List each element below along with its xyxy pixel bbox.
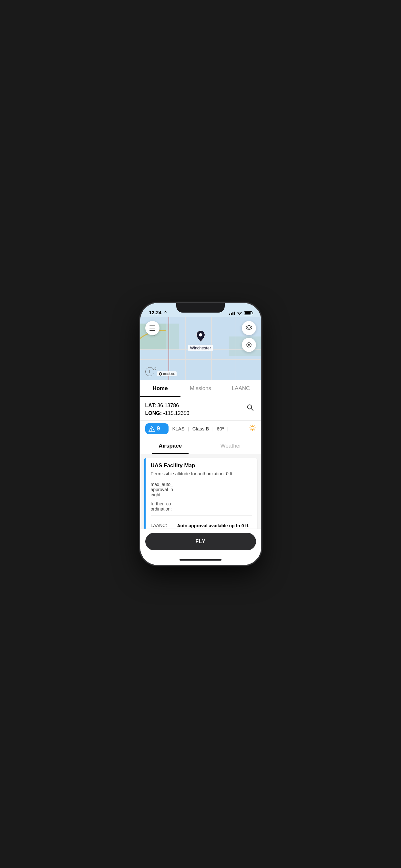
- warning-triangle-icon: [149, 426, 155, 432]
- target-icon: [246, 342, 252, 348]
- tab-weather[interactable]: Weather: [201, 438, 261, 454]
- svg-line-19: [250, 426, 251, 426]
- search-button[interactable]: [244, 402, 256, 413]
- menu-button[interactable]: [145, 321, 159, 335]
- location-label: Winchester: [188, 345, 213, 351]
- svg-point-13: [151, 430, 152, 431]
- wifi-icon: [237, 311, 242, 315]
- svg-point-14: [251, 426, 254, 430]
- further-coord-row: further_coordination:: [151, 501, 252, 512]
- sun-icon: [249, 424, 256, 433]
- temperature-chip: 60º: [217, 426, 224, 431]
- lat-label: LAT:: [145, 403, 156, 408]
- card-description: Permissible altitude for authorization: …: [151, 471, 252, 477]
- signal-icon: [229, 312, 235, 315]
- map-marker: Winchester: [188, 330, 213, 351]
- airspace-class-chip: Class B: [192, 426, 209, 431]
- lat-value: 36.13786: [157, 403, 179, 408]
- svg-line-20: [254, 430, 255, 430]
- laanc-label: LAANC:: [151, 523, 174, 528]
- info-strip: 9 KLAS | Class B | 60º |: [140, 421, 261, 438]
- coordinates-bar: LAT: 36.13786 LONG: -115.12350: [140, 397, 261, 421]
- svg-point-0: [199, 333, 202, 337]
- svg-point-3: [248, 344, 250, 346]
- svg-line-21: [254, 426, 255, 426]
- info-button[interactable]: i: [145, 367, 154, 376]
- svg-line-10: [251, 408, 253, 410]
- tab-airspace[interactable]: Airspace: [140, 438, 201, 454]
- status-time: 12:24: [149, 310, 167, 315]
- location-button[interactable]: [242, 338, 256, 352]
- info-chips: KLAS | Class B | 60º |: [173, 426, 245, 431]
- max-auto-label: max_auto_approval_height:: [151, 482, 252, 497]
- search-icon: [247, 404, 254, 411]
- further-coord-label: further_coordination:: [151, 501, 252, 512]
- content-area: UAS Facility Map Permissible altitude fo…: [140, 454, 261, 529]
- tab-laanc[interactable]: LAANC: [221, 380, 261, 397]
- hamburger-icon: [150, 328, 155, 329]
- tab-home[interactable]: Home: [140, 380, 181, 397]
- laanc-value: Auto approval available up to 0 ft. Furt…: [177, 523, 252, 529]
- svg-line-22: [250, 430, 251, 430]
- status-icons: [229, 311, 252, 315]
- layers-button[interactable]: [242, 321, 256, 335]
- svg-marker-1: [246, 325, 252, 329]
- warning-count: 9: [157, 425, 160, 432]
- airport-chip: KLAS: [173, 426, 185, 431]
- nav-tabs: Home Missions LAANC: [140, 380, 261, 397]
- card-title: UAS Facility Map: [151, 462, 252, 469]
- fly-button-bar: FLY: [140, 529, 261, 554]
- laanc-row: LAANC: Auto approval available up to 0 f…: [151, 520, 252, 529]
- fly-button[interactable]: FLY: [145, 533, 256, 550]
- hamburger-icon: [150, 326, 155, 326]
- home-bar: [180, 559, 221, 561]
- hamburger-icon: [150, 330, 155, 331]
- home-indicator: [140, 554, 261, 565]
- battery-icon: [244, 311, 252, 315]
- long-value: -115.12350: [163, 410, 189, 416]
- facility-card: UAS Facility Map Permissible altitude fo…: [144, 458, 257, 529]
- max-auto-row: max_auto_approval_height:: [151, 482, 252, 497]
- warning-badge: 9: [145, 423, 168, 434]
- mapbox-logo: mapbox: [157, 371, 177, 376]
- long-label: LONG:: [145, 410, 162, 416]
- tab-missions[interactable]: Missions: [181, 380, 221, 397]
- latitude-line: LAT: 36.13786: [145, 402, 189, 409]
- longitude-line: LONG: -115.12350: [145, 409, 189, 417]
- map-view[interactable]: 0 0 Winchester: [140, 317, 261, 380]
- layers-icon: [245, 324, 252, 332]
- content-tabs: Airspace Weather: [140, 438, 261, 454]
